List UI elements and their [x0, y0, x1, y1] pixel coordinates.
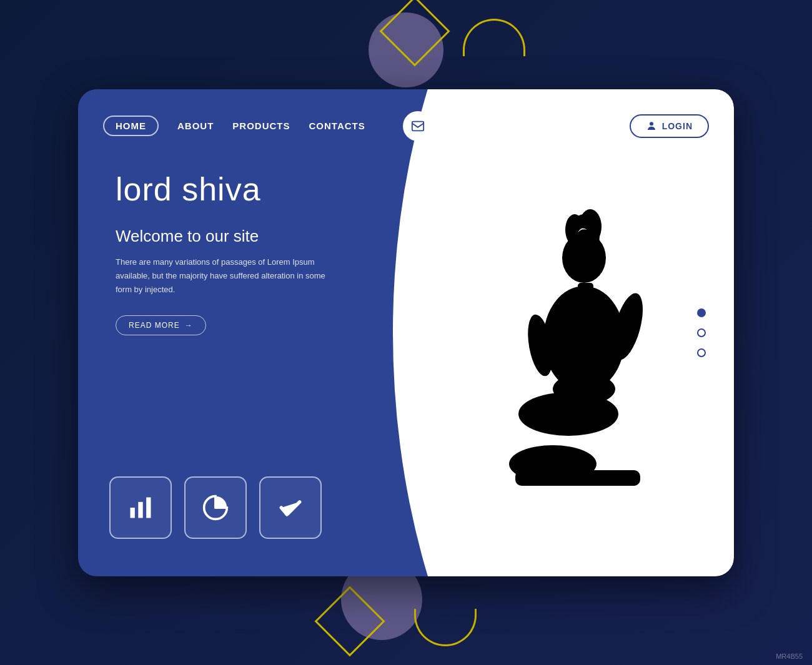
shiva-svg: [453, 202, 671, 526]
features-row: [109, 476, 322, 539]
nav-item-home[interactable]: HOME: [103, 116, 159, 136]
deco-arc-top-right: [463, 19, 525, 56]
feature-pie-chart[interactable]: [184, 476, 247, 539]
read-more-label: READ MORE: [129, 321, 180, 330]
arrow-icon: →: [185, 321, 193, 330]
svg-rect-15: [515, 470, 640, 486]
nav-item-about[interactable]: ABOUT: [177, 121, 214, 131]
hero-title: lord shiva: [116, 170, 378, 208]
deco-arc-bottom-right: [414, 609, 477, 646]
svg-rect-3: [138, 501, 142, 518]
nav-right: LOGIN: [630, 114, 709, 138]
checkmark-icon: [277, 494, 304, 521]
read-more-button[interactable]: READ MORE →: [116, 315, 206, 335]
login-label: LOGIN: [662, 121, 693, 131]
navigation: HOME ABOUT PRODUCTS CONTACTS: [103, 111, 709, 141]
mail-button[interactable]: [403, 111, 433, 141]
svg-rect-4: [146, 497, 151, 518]
pie-chart-icon: [202, 494, 229, 521]
main-card: HOME ABOUT PRODUCTS CONTACTS: [78, 89, 734, 576]
login-button[interactable]: LOGIN: [630, 114, 709, 138]
bar-chart-icon: [127, 494, 154, 521]
watermark: MR4B55: [776, 653, 803, 660]
dot-2[interactable]: [697, 328, 706, 337]
welcome-heading: Welcome to our site: [116, 227, 378, 246]
nav-item-products[interactable]: PRODUCTS: [232, 121, 290, 131]
shiva-silhouette: [453, 202, 671, 526]
svg-point-1: [650, 122, 653, 126]
svg-point-10: [579, 209, 602, 244]
nav-item-contacts[interactable]: CONTACTS: [309, 121, 365, 131]
svg-rect-2: [131, 508, 135, 518]
mail-icon: [411, 119, 425, 133]
dot-1[interactable]: [697, 308, 706, 317]
nav-left: HOME ABOUT PRODUCTS CONTACTS: [103, 111, 433, 141]
feature-checkmark[interactable]: [259, 476, 322, 539]
dots-indicator: [697, 308, 706, 357]
welcome-text: There are many variations of passages of…: [116, 255, 328, 297]
svg-rect-0: [412, 121, 423, 131]
dot-3[interactable]: [697, 348, 706, 357]
user-icon: [646, 121, 657, 132]
feature-bar-chart[interactable]: [109, 476, 172, 539]
content-left: lord shiva Welcome to our site There are…: [116, 170, 378, 335]
svg-point-18: [553, 373, 615, 405]
outer-background: HOME ABOUT PRODUCTS CONTACTS: [0, 0, 812, 665]
